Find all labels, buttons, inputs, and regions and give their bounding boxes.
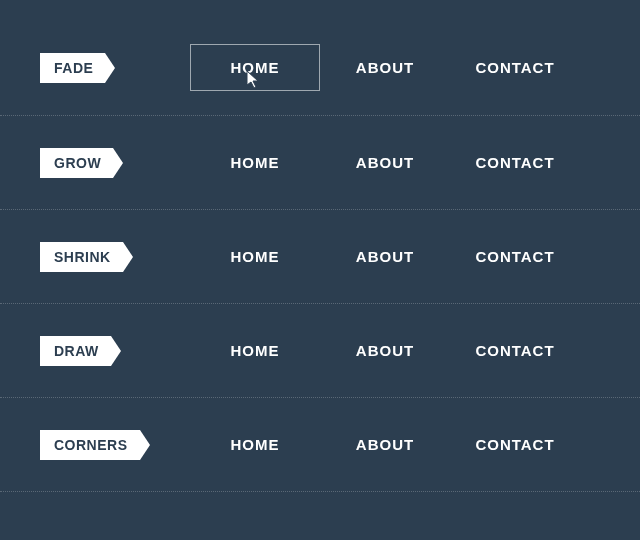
nav-fade-home[interactable]: HOME — [190, 44, 320, 91]
nav-draw: HOME ABOUT CONTACT — [190, 328, 600, 373]
nav-grow-home[interactable]: HOME — [190, 140, 320, 185]
nav-shrink-contact[interactable]: CONTACT — [450, 234, 580, 279]
nav-shrink-home[interactable]: HOME — [190, 234, 320, 279]
nav-grow-contact[interactable]: CONTACT — [450, 140, 580, 185]
nav-draw-home[interactable]: HOME — [190, 328, 320, 373]
nav-corners-home[interactable]: HOME — [190, 422, 320, 467]
nav-shrink-about[interactable]: ABOUT — [320, 234, 450, 279]
row-grow: GROW HOME ABOUT CONTACT — [0, 116, 640, 210]
nav-fade-about[interactable]: ABOUT — [320, 45, 450, 90]
tag-fade: FADE — [40, 53, 105, 83]
nav-corners: HOME ABOUT CONTACT — [190, 422, 600, 467]
nav-draw-about[interactable]: ABOUT — [320, 328, 450, 373]
nav-fade-contact[interactable]: CONTACT — [450, 45, 580, 90]
nav-draw-contact[interactable]: CONTACT — [450, 328, 580, 373]
nav-corners-about[interactable]: ABOUT — [320, 422, 450, 467]
row-corners: CORNERS HOME ABOUT CONTACT — [0, 398, 640, 492]
nav-grow: HOME ABOUT CONTACT — [190, 140, 600, 185]
nav-corners-contact[interactable]: CONTACT — [450, 422, 580, 467]
nav-fade: HOME ABOUT CONTACT — [190, 44, 600, 91]
row-draw: DRAW HOME ABOUT CONTACT — [0, 304, 640, 398]
nav-shrink: HOME ABOUT CONTACT — [190, 234, 600, 279]
tag-corners: CORNERS — [40, 430, 140, 460]
nav-grow-about[interactable]: ABOUT — [320, 140, 450, 185]
row-fade: FADE HOME ABOUT CONTACT — [0, 20, 640, 116]
tag-shrink: SHRINK — [40, 242, 123, 272]
tag-draw: DRAW — [40, 336, 111, 366]
row-shrink: SHRINK HOME ABOUT CONTACT — [0, 210, 640, 304]
tag-grow: GROW — [40, 148, 113, 178]
